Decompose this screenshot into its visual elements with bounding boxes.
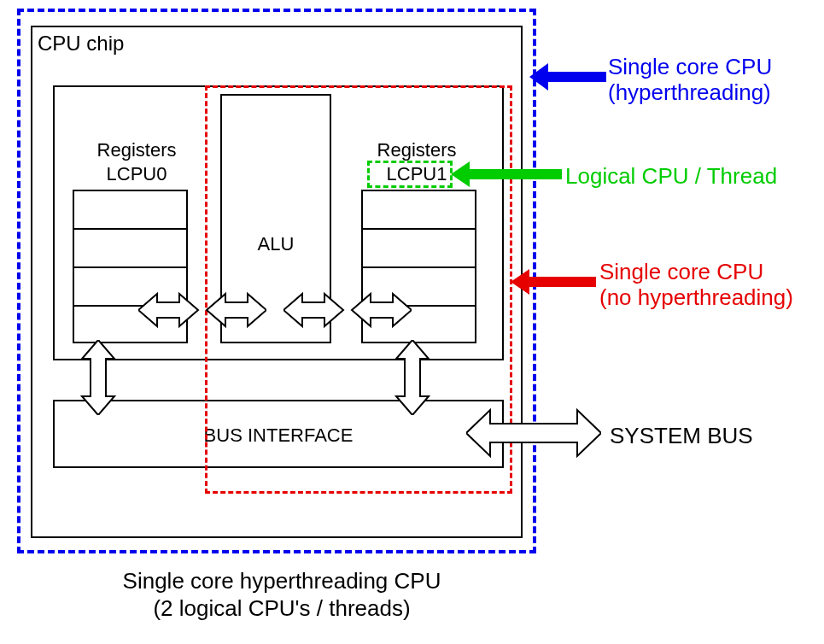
system-bus-label: SYSTEM BUS [610, 422, 753, 450]
arrow-icon [451, 159, 562, 190]
double-arrow-icon [138, 287, 266, 333]
annot-red-1: Single core CPU [599, 258, 763, 286]
reg0-label-1: Registers [85, 138, 188, 162]
reg0-row-divider [73, 228, 188, 230]
cpu-chip-label: CPU chip [38, 31, 124, 56]
double-arrow-icon [283, 287, 412, 333]
double-arrow-icon [466, 405, 601, 461]
vertical-double-arrow-icon [75, 340, 121, 415]
svg-marker-15 [511, 269, 596, 295]
svg-marker-10 [82, 340, 114, 415]
svg-marker-8 [283, 294, 343, 326]
diagram-canvas: CPU chip Registers LCPU0 ALU Registers L… [0, 0, 824, 644]
annot-blue-2: (hyperthreading) [608, 79, 771, 107]
svg-marker-11 [396, 340, 429, 415]
annot-blue-1: Single core CPU [608, 53, 772, 81]
reg0-label-2: LCPU0 [85, 162, 188, 186]
arrow-icon [511, 266, 596, 297]
reg0-row-divider [73, 266, 188, 268]
caption-line-1: Single core hyperthreading CPU [77, 567, 487, 595]
svg-marker-14 [451, 161, 562, 187]
svg-marker-6 [138, 294, 198, 326]
svg-marker-9 [352, 294, 412, 326]
svg-marker-13 [529, 63, 606, 91]
annot-green: Logical CPU / Thread [565, 162, 777, 190]
svg-marker-12 [466, 410, 601, 456]
caption-line-2: (2 logical CPU's / threads) [77, 594, 487, 623]
arrow-icon [529, 60, 606, 94]
annot-red-2: (no hyperthreading) [599, 284, 793, 312]
svg-marker-7 [207, 294, 266, 326]
vertical-double-arrow-icon [389, 340, 435, 415]
